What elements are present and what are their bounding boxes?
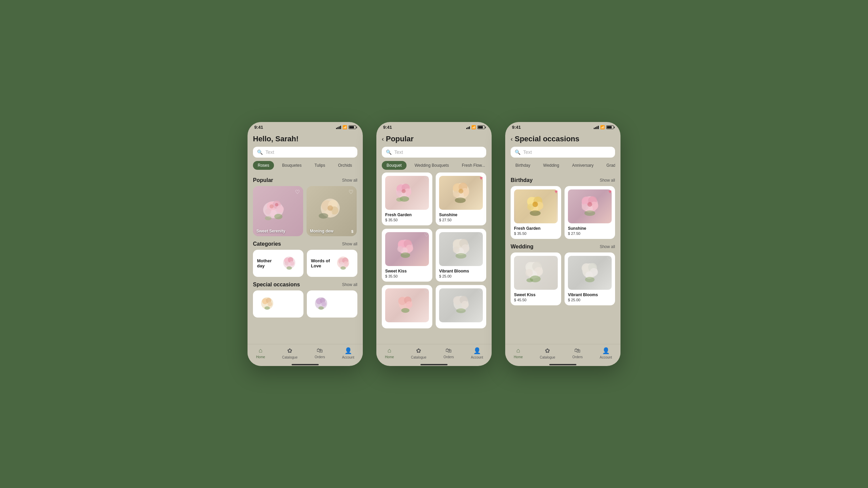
- nav-home-s[interactable]: ⌂ Home: [514, 347, 523, 359]
- tab-birthday[interactable]: Birthday: [511, 161, 535, 170]
- popular-card-sweet-serenity[interactable]: ♡ Sweet Serenity: [253, 186, 303, 236]
- categories-show-all[interactable]: Show all: [342, 242, 357, 246]
- birthday-grid: ♥ Fresh: [511, 186, 615, 239]
- product-name-sunshine-b: Sunshine: [568, 226, 612, 231]
- popular-page-title: Popular: [386, 135, 414, 143]
- catalogue-nav-icon-s: ✿: [545, 347, 550, 354]
- heart-icon-fresh-garden[interactable]: ♡: [424, 175, 429, 182]
- tab-tulips[interactable]: Tulips: [310, 161, 330, 170]
- product-card-sweet-kiss[interactable]: ♡ Sweet Kiss $ 35.50: [382, 229, 432, 282]
- wedding-show-all[interactable]: Show all: [600, 244, 615, 249]
- tab-wedding-bouquets[interactable]: Wedding Bouquets: [410, 161, 454, 170]
- svg-point-56: [453, 191, 460, 198]
- search-bar-home[interactable]: 🔍 Text: [253, 147, 357, 158]
- product-card-sweet-kiss-w[interactable]: ♡ Sweet Kiss: [511, 252, 561, 305]
- tab-anniversary[interactable]: Anniversary: [567, 161, 598, 170]
- search-bar-special[interactable]: 🔍 Text: [511, 147, 615, 158]
- category-card-mother-day[interactable]: Mother day: [253, 250, 303, 277]
- nav-catalogue[interactable]: ✿ Catalogue: [282, 347, 298, 359]
- heart-icon-sweet-kiss[interactable]: ♡: [424, 231, 429, 238]
- card-label-moning-dew: Moning dew: [310, 229, 333, 233]
- tab-bouquetes[interactable]: Bouquetes: [277, 161, 306, 170]
- tab-gradua[interactable]: Gradua...: [602, 161, 615, 170]
- category-name-words-of-love: Words of Love: [311, 258, 333, 268]
- heart-icon-6[interactable]: ♡: [478, 288, 483, 294]
- product-grid-popular: ♡ Fresh: [382, 172, 486, 328]
- catalogue-nav-label: Catalogue: [282, 355, 298, 359]
- search-placeholder-special: Text: [523, 149, 532, 155]
- heart-icon-5[interactable]: ♡: [424, 288, 429, 294]
- product-card-vibrant-blooms-w[interactable]: ♡ Vibrant Blooms $ 25.00: [565, 252, 615, 305]
- wedding-section-header: Wedding Show all: [511, 244, 615, 250]
- back-arrow-special[interactable]: ‹: [511, 136, 513, 143]
- product-price-vibrant-blooms: $ 25.00: [439, 274, 483, 278]
- product-card-sunshine[interactable]: ♥ Sunshine $: [436, 172, 486, 225]
- tab-fresh-flow[interactable]: Fresh Flow...: [457, 161, 486, 170]
- svg-point-65: [401, 252, 410, 258]
- back-arrow-popular[interactable]: ‹: [382, 136, 384, 143]
- heart-icon-fresh-garden-b[interactable]: ♥: [555, 189, 558, 195]
- product-name-fresh-garden: Fresh Garden: [385, 212, 429, 217]
- popular-row: ♡ Sweet Serenity: [253, 186, 357, 236]
- nav-home-p[interactable]: ⌂ Home: [385, 347, 394, 359]
- special-card-2[interactable]: [307, 290, 357, 318]
- popular-title: Popular: [253, 177, 273, 183]
- nav-orders-s[interactable]: 🛍 Orders: [572, 347, 583, 359]
- tab-bouquet[interactable]: Bouquet: [382, 161, 407, 170]
- heart-icon-vibrant-blooms[interactable]: ♡: [478, 231, 483, 238]
- account-nav-label-s: Account: [600, 355, 612, 359]
- special-occasions-show-all[interactable]: Show all: [342, 282, 357, 287]
- product-card-sunshine-b[interactable]: ♥ Sunshine $: [565, 186, 615, 239]
- orders-nav-icon: 🛍: [317, 347, 323, 354]
- special-header: ‹ Special occasions 🔍 Text Birthday Wedd…: [505, 131, 620, 172]
- svg-point-40: [321, 302, 326, 306]
- status-bar-popular: 9:41 📶: [376, 122, 492, 131]
- nav-catalogue-s[interactable]: ✿ Catalogue: [540, 347, 555, 359]
- tab-orchids[interactable]: Orchids: [333, 161, 357, 170]
- product-card-fresh-garden[interactable]: ♡ Fresh: [382, 172, 432, 225]
- svg-point-105: [526, 269, 533, 277]
- product-card-5[interactable]: ♡: [382, 285, 432, 328]
- nav-account-p[interactable]: 👤 Account: [471, 347, 483, 359]
- signal-icon-p: [466, 126, 470, 129]
- svg-point-10: [265, 216, 272, 220]
- product-img-sunshine-b: [568, 189, 612, 223]
- home-header: Hello, Sarah! 🔍 Text Roses Bouquetes Tul…: [248, 131, 363, 172]
- nav-orders[interactable]: 🛍 Orders: [315, 347, 325, 359]
- tab-roses[interactable]: Roses: [253, 161, 274, 170]
- nav-account[interactable]: 👤 Account: [342, 347, 354, 359]
- heart-icon-sweet-serenity[interactable]: ♡: [295, 189, 300, 195]
- tab-wedding[interactable]: Wedding: [538, 161, 564, 170]
- product-img-5: [385, 288, 429, 322]
- special-card-1[interactable]: [253, 290, 303, 318]
- svg-point-18: [319, 213, 328, 219]
- search-bar-popular[interactable]: 🔍 Text: [382, 147, 486, 158]
- home-indicator-s: [549, 364, 576, 365]
- status-icons-home: 📶: [336, 125, 356, 129]
- status-time-popular: 9:41: [383, 125, 392, 130]
- svg-point-17: [328, 205, 333, 211]
- popular-show-all[interactable]: Show all: [342, 178, 357, 183]
- nav-account-s[interactable]: 👤 Account: [600, 347, 612, 359]
- category-card-words-of-love[interactable]: Words of Love: [307, 250, 357, 277]
- heart-icon-vibrant-blooms-w[interactable]: ♡: [607, 255, 612, 262]
- birthday-show-all[interactable]: Show all: [600, 178, 615, 183]
- popular-card-moning-dew[interactable]: ♡ Moning dew $: [307, 186, 357, 236]
- product-img-vibrant-blooms: [439, 232, 483, 266]
- product-card-fresh-garden-b[interactable]: ♥ Fresh: [511, 186, 561, 239]
- heart-icon-sunshine-b[interactable]: ♥: [609, 189, 612, 195]
- nav-home[interactable]: ⌂ Home: [256, 347, 265, 359]
- svg-point-47: [396, 190, 402, 197]
- product-img-sweet-kiss-w: [514, 256, 558, 290]
- nav-orders-p[interactable]: 🛍 Orders: [443, 347, 454, 359]
- product-card-vibrant-blooms[interactable]: ♡ Vibrant Blooms $ 25.00: [436, 229, 486, 282]
- product-card-6[interactable]: ♡: [436, 285, 486, 328]
- heart-icon-moning-dew[interactable]: ♡: [349, 189, 353, 195]
- search-icon-p: 🔍: [386, 149, 392, 155]
- heart-icon-sweet-kiss-w[interactable]: ♡: [553, 255, 558, 262]
- account-nav-icon-p: 👤: [473, 347, 481, 354]
- wedding-grid: ♡ Sweet Kiss: [511, 252, 615, 305]
- nav-catalogue-p[interactable]: ✿ Catalogue: [411, 347, 427, 359]
- popular-section-header: Popular Show all: [253, 177, 357, 183]
- heart-icon-sunshine[interactable]: ♥: [480, 175, 483, 181]
